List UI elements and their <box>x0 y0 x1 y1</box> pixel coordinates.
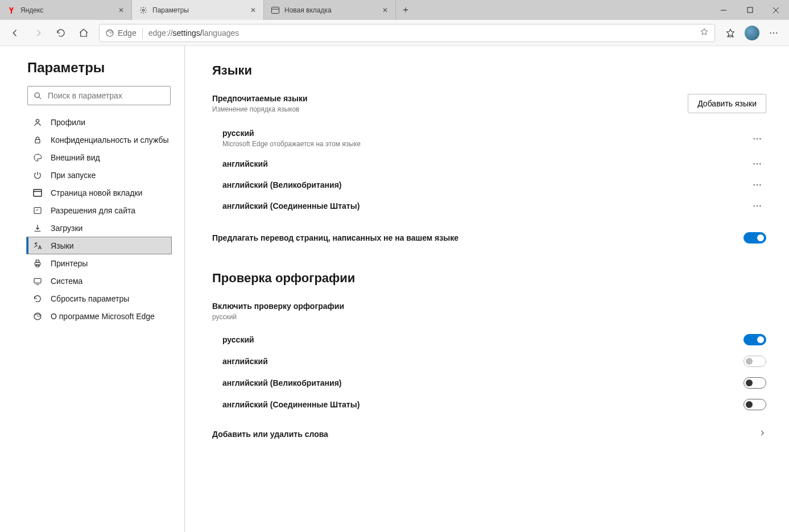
home-button[interactable] <box>73 22 94 44</box>
close-icon[interactable]: ✕ <box>249 6 258 15</box>
add-languages-button[interactable]: Добавить языки <box>688 94 766 113</box>
edge-icon <box>105 28 114 38</box>
svg-point-11 <box>36 119 39 122</box>
svg-point-0 <box>142 9 144 11</box>
spell-lang-toggle[interactable] <box>743 334 766 345</box>
gear-icon <box>139 6 148 15</box>
svg-rect-1 <box>272 7 279 13</box>
sidebar-item-privacy[interactable]: Конфиденциальность и службы <box>26 131 172 149</box>
more-options-icon[interactable]: ⋯ <box>748 158 766 169</box>
sidebar-item-startup[interactable]: При запуске <box>26 166 172 184</box>
maximize-button[interactable] <box>737 0 763 20</box>
back-button[interactable] <box>5 22 26 44</box>
close-window-button[interactable] <box>763 0 789 20</box>
close-icon[interactable]: ✕ <box>117 6 126 15</box>
sidebar-item-label: Языки <box>51 241 74 250</box>
minimize-button[interactable] <box>710 0 737 20</box>
lock-icon <box>32 135 43 145</box>
preferred-languages-list: русский Microsoft Edge отображается на э… <box>222 123 766 216</box>
settings-main: Языки Предпочитаемые языки Изменение пор… <box>185 46 789 532</box>
language-name: английский <box>222 159 268 168</box>
newtab-icon <box>271 6 280 15</box>
svg-rect-12 <box>35 139 40 143</box>
section-spellcheck-title: Проверка орфографии <box>212 271 766 286</box>
sidebar-item-label: Разрешения для сайта <box>51 206 135 215</box>
url-text: edge://settings/languages <box>148 28 694 38</box>
spell-lang-item: английский (Соединенные Штаты) <box>222 394 766 415</box>
sidebar-item-label: Принтеры <box>51 259 88 268</box>
section-languages-title: Языки <box>212 63 766 78</box>
sidebar-item-languages[interactable]: Языки <box>26 237 172 254</box>
sidebar-item-site-permissions[interactable]: Разрешения для сайта <box>26 201 172 219</box>
language-item: английский (Великобритания) ⋯ <box>222 174 766 195</box>
svg-rect-13 <box>34 189 42 196</box>
address-bar[interactable]: Edge edge://settings/languages <box>99 24 715 42</box>
settings-nav: Профили Конфиденциальность и службы Внеш… <box>26 113 171 325</box>
svg-rect-17 <box>36 260 39 262</box>
edge-chip-label: Edge <box>118 28 137 38</box>
profile-avatar[interactable] <box>745 26 759 40</box>
sidebar-item-label: Конфиденциальность и службы <box>51 135 169 145</box>
translate-toggle[interactable] <box>743 232 766 244</box>
sidebar-item-label: О программе Microsoft Edge <box>51 312 155 321</box>
tab-yandex[interactable]: Яндекс ✕ <box>0 0 132 20</box>
spellcheck-enable-label: Включить проверку орфографии <box>212 302 766 311</box>
more-options-icon[interactable]: ⋯ <box>748 200 766 211</box>
language-icon <box>32 241 43 250</box>
more-options-icon[interactable]: ⋯ <box>748 133 766 144</box>
preferred-languages-header: Предпочитаемые языки Изменение порядка я… <box>212 94 766 113</box>
titlebar: Яндекс ✕ Параметры ✕ Новая вкладка ✕ ＋ <box>0 0 789 20</box>
svg-line-10 <box>39 97 41 99</box>
new-tab-button[interactable]: ＋ <box>396 0 415 20</box>
forward-button[interactable] <box>27 22 49 44</box>
sidebar-item-about[interactable]: О программе Microsoft Edge <box>26 307 172 325</box>
tab-title: Новая вкладка <box>284 6 381 14</box>
tab-title: Параметры <box>152 6 249 14</box>
tab-settings[interactable]: Параметры ✕ <box>132 0 264 20</box>
palette-icon <box>32 153 43 162</box>
add-remove-words-row[interactable]: Добавить или удалить слова <box>212 429 766 439</box>
more-options-icon[interactable]: ⋯ <box>748 179 766 190</box>
translate-label: Предлагать перевод страниц, написанных н… <box>212 233 458 242</box>
sidebar-item-label: При запуске <box>51 171 96 180</box>
tab-newtab[interactable]: Новая вкладка ✕ <box>264 0 396 20</box>
search-icon <box>34 92 42 100</box>
spell-lang-item: английский (Великобритания) <box>222 372 766 394</box>
spell-lang-name: английский (Соединенные Штаты) <box>222 400 360 409</box>
sidebar-item-profiles[interactable]: Профили <box>26 113 172 131</box>
favorites-button[interactable] <box>720 22 741 44</box>
svg-rect-19 <box>34 278 41 283</box>
spell-lang-name: английский (Великобритания) <box>222 378 342 387</box>
spellcheck-enable-sub: русский <box>212 313 766 321</box>
spell-lang-toggle <box>743 356 766 367</box>
permissions-icon <box>32 206 43 215</box>
refresh-button[interactable] <box>50 22 72 44</box>
sidebar-item-appearance[interactable]: Внешний вид <box>26 149 172 166</box>
sidebar-item-newtabpage[interactable]: Страница новой вкладки <box>26 184 172 201</box>
sidebar-item-downloads[interactable]: Загрузки <box>26 219 172 237</box>
spell-lang-toggle[interactable] <box>743 399 766 410</box>
sidebar-item-label: Внешний вид <box>51 153 100 162</box>
language-name: английский (Великобритания) <box>222 180 342 189</box>
navbar: Edge edge://settings/languages ⋯ <box>0 20 789 46</box>
close-icon[interactable]: ✕ <box>381 6 390 15</box>
menu-button[interactable]: ⋯ <box>763 22 784 44</box>
svg-rect-15 <box>34 207 41 213</box>
spell-lang-toggle[interactable] <box>743 377 766 389</box>
sidebar-item-label: Загрузки <box>51 224 82 233</box>
translate-toggle-row: Предлагать перевод страниц, написанных н… <box>212 230 766 255</box>
edge-chip: Edge <box>105 28 137 38</box>
favorite-icon[interactable] <box>700 27 709 38</box>
preferred-languages-heading: Предпочитаемые языки <box>212 94 308 103</box>
sidebar-item-reset[interactable]: Сбросить параметры <box>26 290 172 307</box>
window-controls <box>710 0 789 20</box>
sidebar-item-printers[interactable]: Принтеры <box>26 254 172 272</box>
download-icon <box>32 224 43 233</box>
chevron-right-icon <box>758 429 766 439</box>
spell-lang-item: русский <box>222 329 766 350</box>
language-note: Microsoft Edge отображается на этом язык… <box>222 140 361 148</box>
newtab-icon <box>32 189 43 197</box>
sidebar-item-system[interactable]: Система <box>26 272 172 290</box>
settings-search[interactable] <box>27 86 171 105</box>
search-input[interactable] <box>48 91 164 100</box>
